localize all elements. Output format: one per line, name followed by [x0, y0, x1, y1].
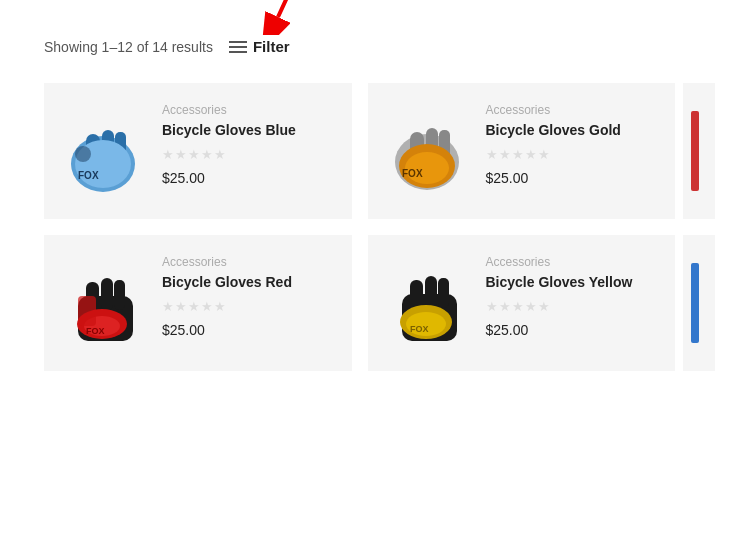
svg-rect-25 — [425, 276, 437, 309]
svg-rect-26 — [438, 278, 449, 308]
product-card-blue[interactable]: FOX Accessories Bicycle Gloves Blue ★ ★ … — [44, 83, 352, 219]
results-count: Showing 1–12 of 14 results — [44, 39, 213, 55]
product-name-yellow: Bicycle Gloves Yellow — [486, 273, 662, 291]
svg-rect-22 — [78, 296, 96, 326]
svg-point-7 — [75, 146, 91, 162]
product-info-red: Accessories Bicycle Gloves Red ★ ★ ★ ★ ★… — [162, 253, 338, 338]
arrow-annotation — [248, 0, 328, 35]
product-category: Accessories — [486, 103, 662, 117]
product-stars-yellow: ★ ★ ★ ★ ★ — [486, 299, 662, 314]
product-price-gold: $25.00 — [486, 170, 662, 186]
product-row-1: FOX Accessories Bicycle Gloves Blue ★ ★ … — [0, 75, 751, 227]
product-stars-blue: ★ ★ ★ ★ ★ — [162, 147, 338, 162]
product-image-red: FOX — [58, 253, 148, 353]
product-stars-red: ★ ★ ★ ★ ★ — [162, 299, 338, 314]
filter-label: Filter — [253, 38, 290, 55]
product-category: Accessories — [162, 255, 338, 269]
top-bar: Showing 1–12 of 14 results Filter — [0, 10, 751, 75]
product-card-yellow[interactable]: FOX Accessories Bicycle Gloves Yellow ★ … — [368, 235, 676, 371]
filter-button[interactable]: Filter — [229, 38, 290, 55]
product-stars-gold: ★ ★ ★ ★ ★ — [486, 147, 662, 162]
product-image-yellow: FOX — [382, 253, 472, 353]
filter-icon — [229, 41, 247, 53]
product-info-gold: Accessories Bicycle Gloves Gold ★ ★ ★ ★ … — [486, 101, 662, 186]
product-price-red: $25.00 — [162, 322, 338, 338]
product-row-2: FOX Accessories Bicycle Gloves Red ★ ★ ★… — [0, 227, 751, 379]
product-price-blue: $25.00 — [162, 170, 338, 186]
product-name-blue: Bicycle Gloves Blue — [162, 121, 338, 139]
product-name-gold: Bicycle Gloves Gold — [486, 121, 662, 139]
product-info-blue: Accessories Bicycle Gloves Blue ★ ★ ★ ★ … — [162, 101, 338, 186]
product-card-gold[interactable]: FOX Accessories Bicycle Gloves Gold ★ ★ … — [368, 83, 676, 219]
partial-card-right-1 — [683, 83, 715, 219]
product-price-yellow: $25.00 — [486, 322, 662, 338]
product-category: Accessories — [162, 103, 338, 117]
svg-text:FOX: FOX — [410, 324, 429, 334]
svg-text:FOX: FOX — [402, 168, 423, 179]
product-category: Accessories — [486, 255, 662, 269]
svg-rect-17 — [101, 278, 113, 311]
svg-text:FOX: FOX — [86, 326, 105, 336]
product-image-blue: FOX — [58, 101, 148, 201]
svg-text:FOX: FOX — [78, 170, 99, 181]
partial-card-right-2 — [683, 235, 715, 371]
product-card-red[interactable]: FOX Accessories Bicycle Gloves Red ★ ★ ★… — [44, 235, 352, 371]
product-info-yellow: Accessories Bicycle Gloves Yellow ★ ★ ★ … — [486, 253, 662, 338]
product-name-red: Bicycle Gloves Red — [162, 273, 338, 291]
svg-rect-18 — [114, 280, 125, 310]
product-image-gold: FOX — [382, 101, 472, 201]
